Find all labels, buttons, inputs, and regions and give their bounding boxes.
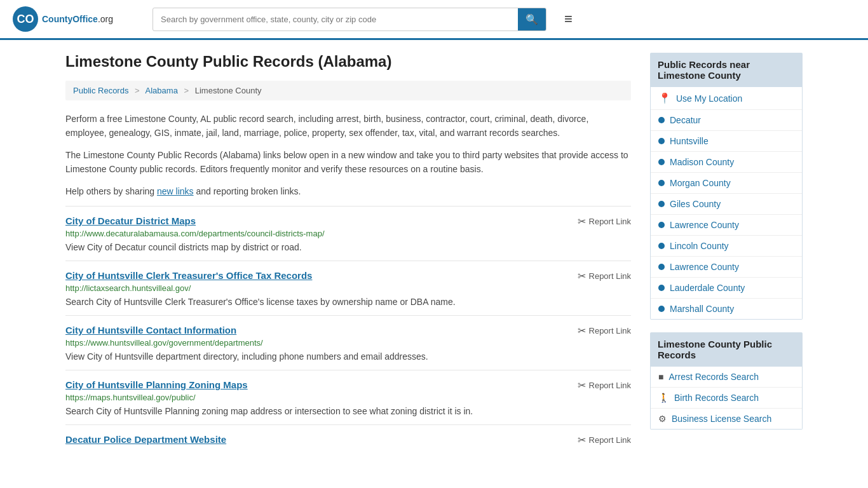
record-description: View City of Huntsville department direc… (65, 351, 428, 362)
nearby-header: Public Records near Limestone County (650, 53, 803, 87)
report-link-button[interactable]: ✂ Report Link (578, 434, 631, 446)
main-layout: Limestone County Public Records (Alabama… (53, 40, 815, 466)
dot-icon (658, 201, 665, 207)
nearby-link[interactable]: Huntsville (670, 136, 709, 146)
nearby-link[interactable]: Morgan County (670, 178, 731, 188)
nearby-link[interactable]: Lincoln County (670, 241, 729, 251)
svg-text:CO: CO (17, 13, 34, 25)
record-item: City of Huntsville Clerk Treasurer's Off… (65, 261, 631, 315)
arrest-records-item[interactable]: ■ Arrest Records Search (651, 367, 802, 388)
record-title[interactable]: City of Decatur District Maps (65, 215, 196, 226)
report-link-button[interactable]: ✂ Report Link (578, 270, 631, 282)
dot-icon (658, 222, 665, 228)
report-icon: ✂ (578, 379, 586, 391)
record-title[interactable]: City of Huntsville Planning Zoning Maps (65, 379, 248, 390)
nearby-link[interactable]: Marshall County (670, 304, 734, 314)
search-button[interactable]: 🔍 (518, 8, 546, 30)
record-title[interactable]: City of Huntsville Clerk Treasurer's Off… (65, 270, 312, 281)
record-url[interactable]: https://www.huntsvilleal.gov/government/… (65, 338, 631, 348)
content-area: Limestone County Public Records (Alabama… (65, 53, 631, 454)
nearby-list: 📍 Use My Location Decatur Huntsville Mad… (650, 87, 803, 320)
record-url[interactable]: http://lictaxsearch.huntsvilleal.gov/ (65, 283, 631, 293)
sidebar-nearby-decatur[interactable]: Decatur (651, 110, 802, 131)
hamburger-icon: ≡ (564, 11, 573, 27)
breadcrumb-sep-2: > (184, 86, 189, 95)
search-bar: 🔍 (153, 8, 546, 31)
report-icon: ✂ (578, 270, 586, 282)
business-license-link[interactable]: Business License Search (672, 414, 771, 424)
dot-icon (658, 243, 665, 249)
menu-button[interactable]: ≡ (559, 8, 578, 30)
record-header: City of Decatur District Maps ✂ Report L… (65, 215, 631, 229)
birth-records-item[interactable]: 🚶 Birth Records Search (651, 388, 802, 409)
record-header: City of Huntsville Contact Information ✂… (65, 325, 631, 338)
arrest-records-link[interactable]: Arrest Records Search (668, 372, 759, 382)
nearby-link[interactable]: Madison County (670, 157, 734, 167)
record-item: City of Huntsville Contact Information ✂… (65, 315, 631, 370)
report-link-button[interactable]: ✂ Report Link (578, 379, 631, 391)
use-my-location-item[interactable]: 📍 Use My Location (651, 87, 802, 110)
use-my-location-link[interactable]: Use My Location (676, 93, 742, 104)
birth-records-link[interactable]: Birth Records Search (674, 393, 759, 403)
report-icon: ✂ (578, 215, 586, 227)
breadcrumb-public-records[interactable]: Public Records (73, 86, 128, 95)
report-icon: ✂ (578, 434, 586, 446)
record-header: Decatur Police Department Website ✂ Repo… (65, 434, 631, 447)
logo[interactable]: CO CountyOffice.org (13, 6, 140, 32)
record-description: Search City of Huntsville Clerk Treasure… (65, 297, 456, 307)
description-2: The Limestone County Public Records (Ala… (65, 148, 631, 177)
sidebar-nearby-giles[interactable]: Giles County (651, 194, 802, 215)
report-link-button[interactable]: ✂ Report Link (578, 325, 631, 337)
record-item: Decatur Police Department Website ✂ Repo… (65, 424, 631, 454)
nearby-link[interactable]: Giles County (670, 199, 721, 209)
record-item: City of Decatur District Maps ✂ Report L… (65, 206, 631, 261)
limestone-records-section: Limestone County Public Records ■ Arrest… (650, 332, 803, 430)
business-license-item[interactable]: ⚙ Business License Search (651, 409, 802, 429)
description-3: Help others by sharing new links and rep… (65, 184, 631, 198)
sidebar-nearby-lauderdale[interactable]: Lauderdale County (651, 278, 802, 299)
report-icon: ✂ (578, 325, 586, 337)
sidebar-nearby-lawrence2[interactable]: Lawrence County (651, 257, 802, 278)
sidebar-nearby-madison[interactable]: Madison County (651, 152, 802, 173)
record-title[interactable]: City of Huntsville Contact Information (65, 325, 236, 336)
breadcrumb: Public Records > Alabama > Limestone Cou… (65, 81, 631, 100)
limestone-records-header: Limestone County Public Records (650, 332, 803, 367)
search-input[interactable] (153, 10, 518, 29)
sidebar-nearby-marshall[interactable]: Marshall County (651, 299, 802, 319)
business-icon: ⚙ (658, 414, 667, 424)
page-title: Limestone County Public Records (Alabama… (65, 53, 631, 71)
arrest-icon: ■ (658, 372, 663, 382)
limestone-records-list: ■ Arrest Records Search 🚶 Birth Records … (650, 367, 803, 430)
sidebar-nearby-lincoln[interactable]: Lincoln County (651, 236, 802, 257)
sidebar-nearby-lawrence1[interactable]: Lawrence County (651, 215, 802, 236)
nearby-link[interactable]: Lawrence County (670, 220, 739, 230)
sidebar-nearby-morgan[interactable]: Morgan County (651, 173, 802, 194)
sidebar-nearby-huntsville[interactable]: Huntsville (651, 131, 802, 152)
nearby-link[interactable]: Lawrence County (670, 262, 739, 272)
breadcrumb-sep-1: > (135, 86, 140, 95)
birth-icon: 🚶 (658, 393, 669, 403)
dot-icon (658, 306, 665, 312)
dot-icon (658, 159, 665, 165)
logo-text: CountyOffice.org (42, 14, 113, 24)
record-header: City of Huntsville Planning Zoning Maps … (65, 379, 631, 393)
nearby-section: Public Records near Limestone County 📍 U… (650, 53, 803, 320)
report-link-button[interactable]: ✂ Report Link (578, 215, 631, 227)
dot-icon (658, 138, 665, 144)
sidebar: Public Records near Limestone County 📍 U… (650, 53, 803, 454)
record-url[interactable]: https://maps.huntsvilleal.gov/public/ (65, 393, 631, 402)
breadcrumb-limestone: Limestone County (195, 86, 262, 95)
breadcrumb-alabama[interactable]: Alabama (146, 86, 178, 95)
new-links-link[interactable]: new links (157, 186, 194, 196)
record-header: City of Huntsville Clerk Treasurer's Off… (65, 270, 631, 283)
record-url[interactable]: http://www.decaturalabamausa.com/departm… (65, 229, 631, 238)
dot-icon (658, 180, 665, 186)
nearby-link[interactable]: Decatur (670, 115, 701, 125)
search-icon: 🔍 (526, 14, 538, 25)
nearby-link[interactable]: Lauderdale County (670, 283, 745, 293)
dot-icon (658, 264, 665, 270)
record-description: View City of Decatur council districts m… (65, 242, 302, 252)
logo-icon: CO (13, 6, 38, 32)
record-title[interactable]: Decatur Police Department Website (65, 434, 226, 445)
records-list: City of Decatur District Maps ✂ Report L… (65, 206, 631, 454)
